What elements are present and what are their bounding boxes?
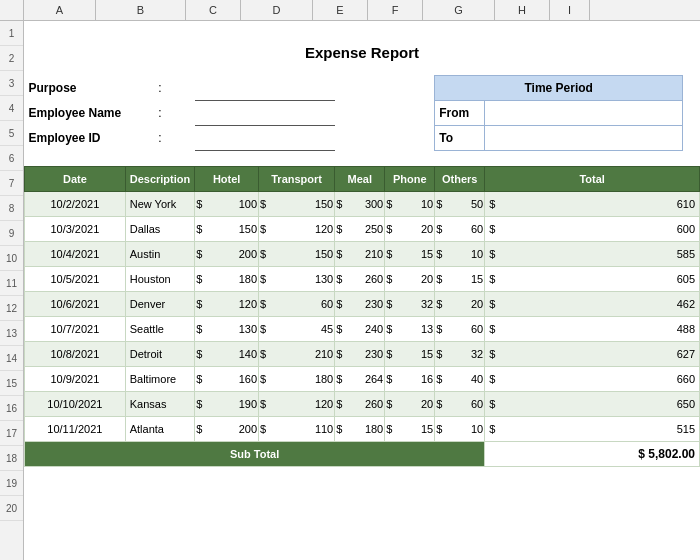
row-employee-name: Employee Name : From bbox=[25, 100, 700, 125]
cell-desc[interactable]: Detroit bbox=[125, 341, 195, 366]
row-num-13: 13 bbox=[0, 321, 23, 346]
cell-dollar-transport: $45 bbox=[259, 316, 335, 341]
sheet-body: 1234567891011121314151617181920 Expense … bbox=[0, 21, 700, 560]
row-employee-id: Employee ID : To bbox=[25, 125, 700, 150]
cell-dollar-hotel: $100 bbox=[195, 191, 259, 216]
row-num-15: 15 bbox=[0, 371, 23, 396]
column-headers: ABCDEFGHI bbox=[0, 0, 700, 21]
cell-dollar-hotel: $200 bbox=[195, 241, 259, 266]
purpose-value[interactable] bbox=[195, 75, 335, 100]
cell-dollar-transport: $130 bbox=[259, 266, 335, 291]
col-header-transport: Transport bbox=[259, 166, 335, 191]
cell-dollar-others: $40 bbox=[435, 366, 485, 391]
col-header-A: A bbox=[24, 0, 96, 20]
cell-date[interactable]: 10/9/2021 bbox=[25, 366, 126, 391]
cell-dollar-phone: $32 bbox=[385, 291, 435, 316]
cell-dollar-meal: $260 bbox=[335, 266, 385, 291]
cell-dollar-hotel: $120 bbox=[195, 291, 259, 316]
col-header-hotel: Hotel bbox=[195, 166, 259, 191]
cell-dollar-others: $50 bbox=[435, 191, 485, 216]
employee-id-label: Employee ID bbox=[25, 125, 126, 150]
cell-desc[interactable]: New York bbox=[125, 191, 195, 216]
employee-id-colon: : bbox=[125, 125, 195, 150]
employee-name-label: Employee Name bbox=[25, 100, 126, 125]
cell-dollar-transport: $150 bbox=[259, 191, 335, 216]
cell-desc[interactable]: Houston bbox=[125, 266, 195, 291]
col-header-total: Total bbox=[485, 166, 700, 191]
cell-desc[interactable]: Kansas bbox=[125, 391, 195, 416]
cell-date[interactable]: 10/7/2021 bbox=[25, 316, 126, 341]
col-header-D: D bbox=[241, 0, 313, 20]
subtotal-label: Sub Total bbox=[25, 441, 485, 466]
col-header-C: C bbox=[186, 0, 241, 20]
cell-dollar-hotel: $200 bbox=[195, 416, 259, 441]
cell-total: $605 bbox=[485, 266, 700, 291]
cell-dollar-hotel: $150 bbox=[195, 216, 259, 241]
sheet-content: Expense Report Purpose : Time Period bbox=[24, 21, 700, 560]
col-header-B: B bbox=[96, 0, 186, 20]
cell-total: $610 bbox=[485, 191, 700, 216]
report-title: Expense Report bbox=[25, 39, 700, 65]
cell-dollar-phone: $15 bbox=[385, 341, 435, 366]
col-header-phone: Phone bbox=[385, 166, 435, 191]
to-value[interactable] bbox=[485, 125, 683, 150]
cell-date[interactable]: 10/4/2021 bbox=[25, 241, 126, 266]
row-num-12: 12 bbox=[0, 296, 23, 321]
cell-desc[interactable]: Seattle bbox=[125, 316, 195, 341]
cell-dollar-meal: $180 bbox=[335, 416, 385, 441]
cell-dollar-others: $10 bbox=[435, 241, 485, 266]
subtotal-amount: $ 5,802.00 bbox=[485, 441, 700, 466]
spacer-6c bbox=[683, 125, 700, 150]
row-num-20: 20 bbox=[0, 496, 23, 521]
cell-dollar-meal: $260 bbox=[335, 391, 385, 416]
cell-dollar-phone: $15 bbox=[385, 241, 435, 266]
spacer-4c bbox=[683, 75, 700, 100]
table-row: 10/10/2021Kansas$190$120$260$20$60$650 bbox=[25, 391, 700, 416]
cell-dollar-hotel: $130 bbox=[195, 316, 259, 341]
from-label: From bbox=[435, 100, 485, 125]
cell-date[interactable]: 10/5/2021 bbox=[25, 266, 126, 291]
cell-dollar-meal: $264 bbox=[335, 366, 385, 391]
cell-date[interactable]: 10/6/2021 bbox=[25, 291, 126, 316]
cell-dollar-transport: $120 bbox=[259, 216, 335, 241]
cell-dollar-hotel: $140 bbox=[195, 341, 259, 366]
row-num-1: 1 bbox=[0, 21, 23, 46]
table-row: 10/11/2021Atlanta$200$110$180$15$10$515 bbox=[25, 416, 700, 441]
cell-date[interactable]: 10/10/2021 bbox=[25, 391, 126, 416]
cell-dollar-meal: $230 bbox=[335, 341, 385, 366]
cell-date[interactable]: 10/11/2021 bbox=[25, 416, 126, 441]
cell-date[interactable]: 10/8/2021 bbox=[25, 341, 126, 366]
employee-name-value[interactable] bbox=[195, 100, 335, 125]
col-header-G: G bbox=[423, 0, 495, 20]
row-title: Expense Report bbox=[25, 39, 700, 65]
cell-desc[interactable]: Atlanta bbox=[125, 416, 195, 441]
cell-desc[interactable]: Austin bbox=[125, 241, 195, 266]
cell-desc[interactable]: Denver bbox=[125, 291, 195, 316]
cell-dollar-others: $60 bbox=[435, 316, 485, 341]
from-value[interactable] bbox=[485, 100, 683, 125]
cell-date[interactable]: 10/3/2021 bbox=[25, 216, 126, 241]
row-numbers: 1234567891011121314151617181920 bbox=[0, 21, 24, 560]
cell-date[interactable]: 10/2/2021 bbox=[25, 191, 126, 216]
employee-id-value[interactable] bbox=[195, 125, 335, 150]
cell-desc[interactable]: Baltimore bbox=[125, 366, 195, 391]
cell-dollar-others: $20 bbox=[435, 291, 485, 316]
row-8 bbox=[25, 158, 700, 166]
row-1 bbox=[25, 21, 700, 39]
cell-dollar-meal: $240 bbox=[335, 316, 385, 341]
table-row: 10/4/2021Austin$200$150$210$15$10$585 bbox=[25, 241, 700, 266]
row-num-5: 5 bbox=[0, 121, 23, 146]
cell-dollar-hotel: $190 bbox=[195, 391, 259, 416]
cell-dollar-meal: $230 bbox=[335, 291, 385, 316]
employee-name-colon: : bbox=[125, 100, 195, 125]
cell-desc[interactable]: Dallas bbox=[125, 216, 195, 241]
cell-dollar-others: $60 bbox=[435, 216, 485, 241]
cell-dollar-meal: $300 bbox=[335, 191, 385, 216]
table-row: 10/6/2021Denver$120$60$230$32$20$462 bbox=[25, 291, 700, 316]
row-purpose: Purpose : Time Period bbox=[25, 75, 700, 100]
cell-dollar-phone: $20 bbox=[385, 391, 435, 416]
table-row: 10/3/2021Dallas$150$120$250$20$60$600 bbox=[25, 216, 700, 241]
col-header-date: Date bbox=[25, 166, 126, 191]
row-num-11: 11 bbox=[0, 271, 23, 296]
row-num-10: 10 bbox=[0, 246, 23, 271]
